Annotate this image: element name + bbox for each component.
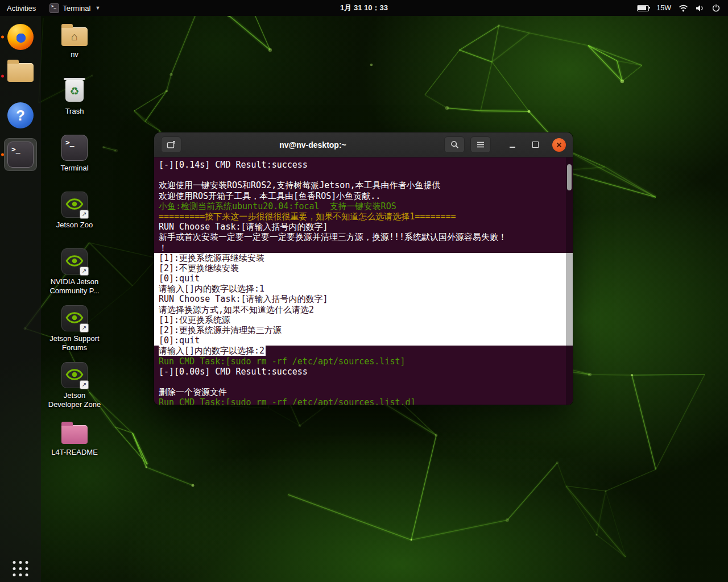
help-icon: ? [7, 102, 34, 128]
activities-label: Activities [7, 4, 36, 13]
desktop-icon-trash[interactable]: ♻Trash [47, 77, 102, 116]
power-icon [712, 4, 720, 12]
scrollbar-track[interactable] [566, 157, 573, 405]
shortcut-arrow-badge: ↗ [80, 323, 89, 332]
desktop-icon-label: nv [47, 50, 102, 59]
terminal-line: 欢迎使用一键安装ROS和ROS2,支持树莓派Jetson,本工具由作者小鱼提供 [159, 180, 565, 190]
terminal-titlebar[interactable]: nv@nv-desktop:~ [154, 132, 573, 157]
home-folder-icon: ⌂ [61, 27, 88, 46]
desktop-icon-label: L4T-README [47, 448, 102, 457]
desktop-icon-jetson-zoo[interactable]: ↗Jetson Zoo [47, 191, 102, 230]
shortcut-arrow-badge: ↗ [80, 210, 89, 219]
terminal-line: 小鱼:检测当前系统ubuntu20.04:focal 支持一键安装ROS [159, 201, 565, 211]
terminal-app-icon [49, 3, 59, 13]
maximize-icon [532, 142, 539, 148]
terminal-line: [-][0.00s] CMD Result:success [159, 367, 565, 377]
terminal-line: [1]:仅更换系统源 [154, 315, 573, 325]
desktop-icon-label: Jetson Support Forums [47, 334, 102, 352]
terminal-line [159, 377, 565, 387]
firefox-icon [7, 24, 34, 50]
desktop-icon-terminal[interactable]: Terminal [47, 134, 102, 173]
chevron-down-icon: ▼ [95, 5, 100, 11]
terminal-window: nv@nv-desktop:~ [-][0.14s] CMD Result:su… [154, 132, 573, 405]
dock-item-files[interactable] [7, 63, 34, 89]
desktop-icon-label: Trash [47, 107, 102, 116]
files-icon [7, 63, 34, 82]
desktop-icon-nv[interactable]: ⌂nv [47, 20, 102, 59]
nvidia-jetson-icon: ↗ [61, 248, 88, 275]
dock-item-help[interactable]: ? [7, 102, 34, 128]
close-icon [556, 142, 562, 148]
running-indicator-dot [1, 153, 4, 156]
terminal-output[interactable]: [-][0.14s] CMD Result:success 欢迎使用一键安装RO… [154, 157, 573, 405]
terminal-line: [0]:quit [154, 273, 573, 284]
minimize-button[interactable] [506, 138, 519, 152]
desktop-screen: Activities Terminal ▼ 1月 31 10：33 15W [0, 0, 728, 582]
power-draw-label: 15W [656, 4, 671, 12]
clock-label: 1月 31 10：33 [340, 3, 388, 13]
shortcut-arrow-badge: ↗ [80, 267, 89, 276]
terminal-line: 新手或首次安装一定要一定要一定要换源并清理三方源，换源!!!系统默认国外源容易失… [159, 232, 565, 242]
desktop-icon-label: Jetson Zoo [47, 221, 102, 230]
nvidia-jetson-icon: ↗ [61, 192, 88, 218]
terminal-line: [2]:更换系统源并清理第三方源 [154, 325, 573, 335]
show-applications-button[interactable] [13, 561, 28, 576]
desktop-icon-label: Jetson Developer Zone [47, 391, 102, 409]
nvidia-jetson-icon: ↗ [61, 305, 88, 331]
terminal-line: Run CMD Task:[sudo rm -rf /etc/apt/sourc… [159, 397, 565, 405]
desktop-icon-jetson-support-forums[interactable]: ↗Jetson Support Forums [47, 305, 102, 352]
terminal-line [159, 170, 565, 180]
app-menu-label: Terminal [63, 4, 90, 13]
trash-icon: ♻ [65, 80, 84, 102]
desktop-icon-label: NVIDIA Jetson Community P... [47, 277, 102, 296]
nvidia-jetson-icon: ↗ [61, 362, 88, 388]
terminal-line: [2]:不更换继续安装 [154, 263, 573, 273]
dock-item-firefox[interactable] [7, 24, 34, 50]
terminal-line: 删除一个资源文件 [159, 387, 565, 397]
terminal-line: 请输入[]内的数字以选择:2 [159, 346, 565, 356]
running-indicator-dot [1, 75, 4, 78]
system-tray[interactable]: 15W [637, 0, 728, 16]
terminal-line: Run CMD Task:[sudo rm -rf /etc/apt/sourc… [159, 356, 565, 367]
recycle-glyph: ♻ [69, 86, 79, 97]
desktop-icon-nvidia-jetson-community-p[interactable]: ↗NVIDIA Jetson Community P... [47, 248, 102, 296]
scrollbar-thumb[interactable] [567, 164, 572, 190]
window-title: nv@nv-desktop:~ [187, 140, 439, 149]
app-menu[interactable]: Terminal ▼ [43, 0, 107, 16]
terminal-line: =========接下来这一步很很很很重要，如果不知道怎么选请选择1======… [159, 211, 565, 222]
terminal-line: 请选择换源方式,如果不知道选什么请选2 [154, 305, 573, 315]
shortcut-arrow-badge: ↗ [80, 380, 89, 389]
home-glyph: ⌂ [61, 27, 88, 46]
terminal-line: RUN Choose Task:[请输入括号内的数字] [154, 294, 573, 304]
terminal-line: [0]:quit [154, 335, 573, 346]
activities-button[interactable]: Activities [0, 0, 43, 16]
running-indicator-dot [1, 36, 4, 39]
desktop-icon-jetson-developer-zone[interactable]: ↗Jetson Developer Zone [47, 361, 102, 409]
volume-icon [696, 5, 705, 12]
terminal-line: [-][0.14s] CMD Result:success [159, 160, 565, 170]
power-draw-icon [637, 5, 649, 11]
dock: ? [0, 16, 41, 582]
desktop-icon-label: Terminal [47, 164, 102, 173]
new-tab-button[interactable] [161, 136, 181, 153]
top-bar: Activities Terminal ▼ 1月 31 10：33 15W [0, 0, 728, 16]
terminal-line: [1]:更换系统源再继续安装 [154, 253, 573, 263]
clock[interactable]: 1月 31 10：33 [334, 0, 394, 16]
minimize-icon [510, 147, 515, 148]
wifi-icon [679, 5, 688, 12]
terminal-line: RUN Choose Task:[请输入括号内的数字] [159, 222, 565, 232]
terminal-line: 请输入[]内的数字以选择:1 [154, 284, 573, 294]
dock-item-terminal[interactable] [7, 142, 34, 168]
terminal-icon [61, 135, 88, 161]
terminal-line: 欢迎使用ROS开箱子工具，本工具由[鱼香ROS]小鱼贡献.. [159, 191, 565, 201]
terminal-icon [7, 142, 34, 168]
terminal-lines: [-][0.14s] CMD Result:success 欢迎使用一键安装RO… [159, 160, 565, 405]
folder-icon [61, 425, 88, 444]
terminal-line: ！ [159, 243, 565, 253]
hamburger-menu-button[interactable] [470, 136, 491, 153]
close-button[interactable] [552, 138, 566, 152]
maximize-button[interactable] [528, 138, 542, 152]
search-button[interactable] [444, 136, 465, 153]
desktop-icon-l4t-readme[interactable]: L4T-README [47, 418, 102, 457]
